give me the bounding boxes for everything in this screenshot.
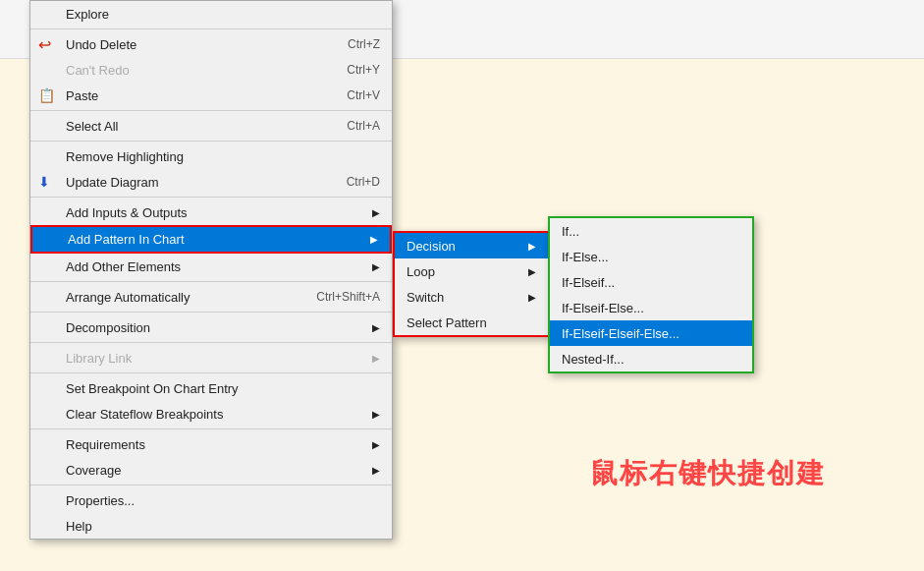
menu-item-properties[interactable]: Properties...: [30, 487, 392, 513]
requirements-label: Requirements: [66, 437, 145, 452]
separator-4: [30, 197, 392, 198]
menu-item-help[interactable]: Help: [30, 513, 392, 539]
addpattern-arrow: ▶: [370, 234, 378, 245]
separator-2: [30, 110, 392, 111]
if-item-ifelseifelse[interactable]: If-Elseif-Else...: [550, 295, 752, 320]
paste-label: Paste: [66, 88, 98, 103]
menu-item-updatediagram[interactable]: ⬇ Update Diagram Ctrl+D: [30, 169, 392, 195]
requirements-arrow: ▶: [372, 439, 380, 450]
menu-item-clearbreakpoint[interactable]: Clear Stateflow Breakpoints ▶: [30, 401, 392, 427]
update-icon: ⬇: [38, 174, 50, 190]
ifelseif-label: If-Elseif...: [562, 275, 615, 290]
annotation-text: 鼠标右键快捷创建: [590, 455, 826, 492]
addother-arrow: ▶: [372, 261, 380, 272]
separator-9: [30, 428, 392, 429]
switch-arrow: ▶: [528, 292, 536, 303]
properties-label: Properties...: [66, 493, 135, 508]
redo-label: Can't Redo: [66, 63, 130, 78]
redo-shortcut: Ctrl+Y: [347, 63, 380, 77]
ifelse-label: If-Else...: [562, 250, 609, 264]
coverage-arrow: ▶: [372, 465, 380, 476]
nestedif-label: Nested-If...: [562, 352, 625, 367]
submenu-item-selectpattern[interactable]: Select Pattern: [395, 310, 548, 335]
selectpattern-label: Select Pattern: [407, 315, 487, 330]
addpattern-label: Add Pattern In Chart: [68, 232, 185, 247]
undo-icon: ↩: [38, 35, 51, 54]
separator-1: [30, 29, 392, 29]
separator-7: [30, 342, 392, 343]
separator-3: [30, 141, 392, 142]
menu-item-addinputs[interactable]: Add Inputs & Outputs ▶: [30, 200, 392, 225]
separator-10: [30, 485, 392, 485]
separator-8: [30, 372, 392, 373]
menu-item-removehighlight[interactable]: Remove Highlighting: [30, 143, 392, 169]
selectall-shortcut: Ctrl+A: [347, 119, 380, 133]
arrange-label: Arrange Automatically: [66, 290, 190, 305]
decision-submenu: Decision ▶ Loop ▶ Switch ▶ Select Patter…: [393, 231, 550, 337]
loop-arrow: ▶: [528, 266, 536, 277]
menu-item-addother[interactable]: Add Other Elements ▶: [30, 254, 392, 279]
menu-item-undo[interactable]: ↩ Undo Delete Ctrl+Z: [30, 31, 392, 57]
if-submenu: If... If-Else... If-Elseif... If-Elseif-…: [548, 216, 754, 373]
menu-item-decomposition[interactable]: Decomposition ▶: [30, 314, 392, 340]
help-label: Help: [66, 519, 92, 534]
menu-item-paste[interactable]: 📋 Paste Ctrl+V: [30, 83, 392, 108]
arrange-shortcut: Ctrl+Shift+A: [316, 290, 380, 304]
menu-item-setbreakpoint[interactable]: Set Breakpoint On Chart Entry: [30, 375, 392, 401]
submenu-item-switch[interactable]: Switch ▶: [395, 284, 548, 310]
separator-6: [30, 312, 392, 313]
menu-item-explore[interactable]: Explore: [30, 1, 392, 27]
switch-label: Switch: [407, 290, 444, 305]
if-item-ifelse[interactable]: If-Else...: [550, 244, 752, 269]
if-item-nestedif[interactable]: Nested-If...: [550, 346, 752, 371]
menu-item-librarylink: Library Link ▶: [30, 345, 392, 371]
submenu-item-loop[interactable]: Loop ▶: [395, 258, 548, 284]
clearbreakpoint-label: Clear Stateflow Breakpoints: [66, 407, 223, 422]
coverage-label: Coverage: [66, 463, 121, 478]
librarylink-label: Library Link: [66, 351, 132, 366]
decision-label: Decision: [407, 239, 456, 254]
context-menu: Explore ↩ Undo Delete Ctrl+Z Can't Redo …: [29, 0, 393, 540]
setbreakpoint-label: Set Breakpoint On Chart Entry: [66, 381, 239, 396]
decision-arrow: ▶: [528, 241, 536, 252]
menu-item-arrange[interactable]: Arrange Automatically Ctrl+Shift+A: [30, 284, 392, 310]
menu-item-requirements[interactable]: Requirements ▶: [30, 431, 392, 457]
separator-5: [30, 281, 392, 282]
librarylink-arrow: ▶: [372, 353, 380, 364]
addinputs-arrow: ▶: [372, 207, 380, 218]
selectall-label: Select All: [66, 119, 118, 134]
undo-label: Undo Delete: [66, 37, 136, 52]
menu-item-addpattern[interactable]: Add Pattern In Chart ▶: [30, 225, 392, 254]
if-label: If...: [562, 224, 579, 239]
paste-shortcut: Ctrl+V: [347, 88, 380, 102]
removehighlight-label: Remove Highlighting: [66, 149, 184, 164]
if-item-ifelseif[interactable]: If-Elseif...: [550, 269, 752, 295]
decomposition-label: Decomposition: [66, 320, 150, 335]
if-item-ifelseifelsifelse[interactable]: If-Elseif-Elseif-Else...: [550, 320, 752, 346]
paste-icon: 📋: [38, 87, 55, 103]
clearbreakpoint-arrow: ▶: [372, 409, 380, 420]
ifelseifelsifelse-label: If-Elseif-Elseif-Else...: [562, 326, 679, 341]
submenu-item-decision[interactable]: Decision ▶: [395, 233, 548, 258]
loop-label: Loop: [407, 264, 435, 279]
addother-label: Add Other Elements: [66, 259, 181, 274]
if-item-if[interactable]: If...: [550, 218, 752, 244]
explore-label: Explore: [66, 7, 109, 22]
menu-item-selectall[interactable]: Select All Ctrl+A: [30, 113, 392, 139]
updatediagram-shortcut: Ctrl+D: [347, 175, 380, 189]
menu-item-coverage[interactable]: Coverage ▶: [30, 457, 392, 483]
addinputs-label: Add Inputs & Outputs: [66, 205, 188, 220]
ifelseifelse-label: If-Elseif-Else...: [562, 301, 644, 315]
undo-shortcut: Ctrl+Z: [348, 37, 380, 51]
menu-item-redo: Can't Redo Ctrl+Y: [30, 57, 392, 83]
decomposition-arrow: ▶: [372, 322, 380, 333]
updatediagram-label: Update Diagram: [66, 175, 159, 190]
